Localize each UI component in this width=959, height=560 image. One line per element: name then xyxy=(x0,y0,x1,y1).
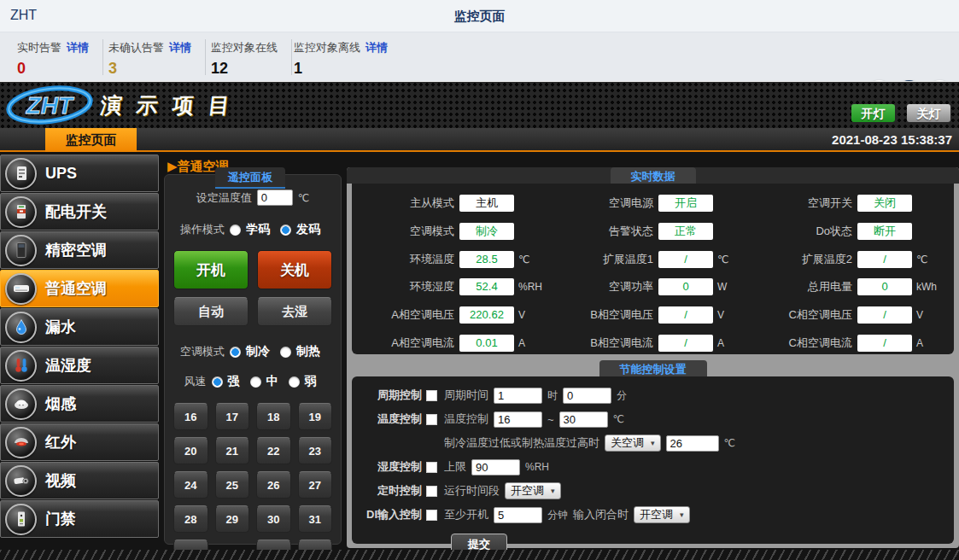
realtime-field: 扩展温度2/℃ xyxy=(751,251,944,268)
breaker-icon xyxy=(5,196,37,228)
humidity-control-checkbox[interactable] xyxy=(426,462,437,473)
cycle-minutes-input[interactable] xyxy=(563,388,611,404)
stat-offline: 监控对象离线详情 1 xyxy=(280,39,401,75)
sidebar-item-video[interactable]: 视频 xyxy=(0,462,159,499)
sidebar-item-precision-ac[interactable]: 精密空调 xyxy=(0,231,159,269)
field-value: / xyxy=(857,306,912,324)
radio-fan-high[interactable] xyxy=(212,376,223,388)
humidity-limit-input[interactable] xyxy=(471,459,520,475)
timer-control-checkbox[interactable] xyxy=(426,486,437,497)
keypad-button[interactable]: 27 xyxy=(298,471,333,499)
auto-button[interactable]: 自动 xyxy=(173,297,249,326)
keypad-button[interactable]: 26 xyxy=(256,471,291,499)
keypad: 1617181920212223242526272829303132+- xyxy=(173,403,332,560)
cycle-control-row: 周期控制 周期时间 时 分 xyxy=(359,387,954,404)
realtime-field: 空调电源开启 xyxy=(553,195,745,212)
sidebar-item-label: UPS xyxy=(45,165,77,183)
keypad-button[interactable]: 24 xyxy=(173,471,208,499)
dehumidify-button[interactable]: 去湿 xyxy=(257,297,332,326)
cycle-hours-input[interactable] xyxy=(494,388,542,404)
field-label: 空调开关 xyxy=(751,195,852,211)
temp-max-input[interactable] xyxy=(559,411,608,428)
di-control-checkbox[interactable] xyxy=(426,510,437,521)
light-off-button[interactable]: 关灯 xyxy=(907,104,950,122)
keypad-button[interactable]: 28 xyxy=(173,505,208,533)
radio-cooling[interactable] xyxy=(230,347,241,358)
keypad-button[interactable]: 17 xyxy=(215,403,250,430)
set-temp-input[interactable] xyxy=(257,190,293,206)
zht-logo: ZHT xyxy=(5,85,94,129)
keypad-button[interactable]: 30 xyxy=(256,505,291,533)
field-label: 空调电源 xyxy=(553,195,653,211)
stat-label: 实时告警 xyxy=(17,41,61,54)
sidebar-item-door-access[interactable]: 门禁 xyxy=(0,500,159,538)
detail-link[interactable]: 详情 xyxy=(365,41,388,54)
humidity-unit: %RH xyxy=(525,461,549,473)
sidebar-item-ups[interactable]: UPS xyxy=(0,155,159,192)
tab-realtime-data[interactable]: 实时数据 xyxy=(611,167,696,184)
temp-overflow-row: 制冷温度过低或制热温度过高时 关空调▾ ℃ xyxy=(359,435,954,452)
sidebar-item-infrared[interactable]: 红外 xyxy=(0,423,159,461)
keypad-button[interactable]: 19 xyxy=(298,403,333,430)
radio-fan-mid[interactable] xyxy=(250,376,261,388)
sidebar-item-water-leak[interactable]: 漏水 xyxy=(0,308,159,346)
keypad-button[interactable]: 23 xyxy=(298,437,333,464)
keypad-button[interactable]: 31 xyxy=(298,505,333,533)
stats-bar: 实时告警详情 0 未确认告警详情 3 监控对象在线 12 监控对象离线详情 1 … xyxy=(0,32,959,81)
field-value: 28.5 xyxy=(459,251,514,268)
field-label: 主从模式 xyxy=(354,195,454,211)
keypad-button[interactable]: 25 xyxy=(215,471,250,499)
field-unit: V xyxy=(916,309,944,321)
di-action-select[interactable]: 开空调▾ xyxy=(634,506,690,523)
sidebar-item-power-switch[interactable]: 配电开关 xyxy=(0,193,159,230)
sidebar-item-label: 普通空调 xyxy=(45,278,107,299)
sidebar-item-normal-ac[interactable]: 普通空调 xyxy=(0,270,159,307)
field-label: 空调功率 xyxy=(553,279,653,295)
cycle-control-checkbox[interactable] xyxy=(426,390,437,401)
keypad-button[interactable]: 16 xyxy=(173,403,208,430)
light-on-button[interactable]: 开灯 xyxy=(851,104,895,122)
field-unit: W xyxy=(717,281,745,293)
realtime-field: 告警状态正常 xyxy=(553,223,745,240)
keypad-button[interactable]: 18 xyxy=(256,403,291,430)
realtime-tabstrip: 实时数据 xyxy=(347,167,959,184)
power-on-button[interactable]: 开机 xyxy=(173,250,249,289)
timer-action-select[interactable]: 开空调▾ xyxy=(505,482,561,499)
detail-link[interactable]: 详情 xyxy=(67,41,89,54)
keypad-button[interactable]: 21 xyxy=(215,437,250,464)
top-bar: ZHT 监控页面 xyxy=(0,0,959,32)
tab-remote-panel[interactable]: 遥控面板 xyxy=(215,167,285,189)
tab-energy-settings[interactable]: 节能控制设置 xyxy=(599,360,707,376)
power-off-button[interactable]: 关机 xyxy=(257,250,332,289)
radio-send-code[interactable] xyxy=(280,225,291,236)
humidity-limit-label: 上限 xyxy=(444,459,466,475)
field-label: C相空调电压 xyxy=(751,307,852,323)
di-min-on-input[interactable] xyxy=(494,507,542,523)
temp-control-checkbox[interactable] xyxy=(426,414,437,425)
field-label: B相空调电压 xyxy=(553,307,653,323)
radio-learn-code[interactable] xyxy=(230,225,241,236)
realtime-field: 扩展温度1/℃ xyxy=(553,251,745,268)
detail-link[interactable]: 详情 xyxy=(169,41,191,54)
stat-unconfirmed-alarm: 未确认告警详情 3 xyxy=(95,39,206,75)
realtime-field: 空调开关关闭 xyxy=(751,195,944,212)
keypad-button[interactable]: 20 xyxy=(173,437,208,464)
set-temp-label: 设定温度值 xyxy=(196,190,252,206)
overflow-action-select[interactable]: 关空调▾ xyxy=(605,435,661,452)
overflow-temp-input[interactable] xyxy=(666,435,719,452)
sidebar-item-smoke[interactable]: 烟感 xyxy=(0,385,159,423)
radio-fan-low[interactable] xyxy=(289,376,300,388)
keypad-button[interactable]: 29 xyxy=(215,505,250,533)
keypad-button[interactable]: 22 xyxy=(256,437,291,464)
tab-monitor-page[interactable]: 监控页面 xyxy=(45,128,137,152)
field-unit: A xyxy=(916,337,944,349)
humidity-control-row: 湿度控制 上限 %RH xyxy=(359,458,954,475)
select-value: 开空调 xyxy=(640,507,673,522)
sidebar-item-temp-humidity[interactable]: 温湿度 xyxy=(0,347,159,384)
di-control-label: DI输入控制 xyxy=(366,507,422,522)
temp-min-input[interactable] xyxy=(494,411,542,428)
stat-value: 3 xyxy=(108,60,191,78)
tilde: ~ xyxy=(547,413,554,426)
radio-heating[interactable] xyxy=(280,347,291,358)
realtime-field: B相空调电流/A xyxy=(553,335,745,352)
